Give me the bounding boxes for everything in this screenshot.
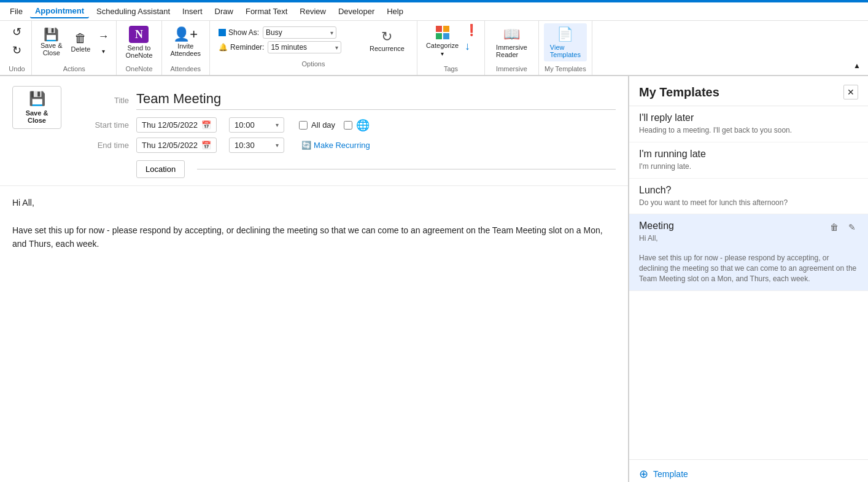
menu-help[interactable]: Help [382, 5, 408, 18]
template-meeting-actions: 🗑 ✎ [827, 221, 858, 233]
ribbon-group-my-templates: 📄 ViewTemplates My Templates [539, 21, 592, 75]
menu-file[interactable]: File [5, 5, 28, 18]
template-item-reply-later[interactable]: I'll reply later Heading to a meeting. I… [629, 106, 868, 142]
menu-appointment[interactable]: Appointment [30, 4, 89, 18]
end-date-picker[interactable]: Thu 12/05/2022 📅 [136, 138, 217, 153]
add-template-button[interactable]: ⊕ Template [629, 459, 868, 482]
onenote-group-label: OneNote [122, 64, 156, 75]
template-item-running-late[interactable]: I'm running late I'm running late. [629, 142, 868, 179]
delete-label: Delete [71, 45, 91, 53]
delete-button[interactable]: 🗑 Delete [67, 23, 94, 61]
template-item-lunch[interactable]: Lunch? Do you want to meet for lunch thi… [629, 179, 868, 215]
categorize-dropdown: ▾ [441, 50, 444, 57]
menu-draw[interactable]: Draw [210, 5, 238, 18]
actions-group-label: Actions [37, 64, 111, 75]
ribbon: ↺ ↻ Undo 💾 Save &Close 🗑 Delete → ▾ [0, 21, 868, 76]
globe-icon: 🌐 [356, 119, 370, 132]
immersive-reader-button[interactable]: 📖 ImmersiveReader [490, 23, 533, 61]
title-field-value[interactable]: Team Meeting [136, 91, 616, 110]
reminder-select[interactable]: 15 minutes ▾ [268, 41, 341, 53]
menu-format-text[interactable]: Format Text [241, 5, 292, 18]
attendees-group-label: Attendees [167, 64, 205, 75]
show-as-dropdown-arrow: ▾ [330, 29, 333, 36]
allday-checkbox[interactable] [299, 121, 308, 130]
calendar-icon-end: 📅 [201, 141, 211, 150]
template-reply-later-title: I'll reply later [639, 112, 858, 123]
menu-bar: File Appointment Scheduling Assistant In… [0, 2, 868, 21]
form-save-close-label: Save &Close [26, 109, 48, 124]
move-forward-button[interactable]: → [95, 29, 111, 44]
show-as-select[interactable]: Busy ▾ [263, 26, 336, 39]
body-line2: Have set this up for now - please respon… [12, 224, 616, 251]
templates-panel-title: My Templates [639, 85, 719, 99]
menu-developer[interactable]: Developer [333, 5, 379, 18]
allday-label: All day [311, 120, 335, 130]
onenote-icon: N [129, 26, 149, 43]
template-item-meeting[interactable]: Meeting 🗑 ✎ Hi All, Have set this up for… [629, 214, 868, 290]
view-templates-label: ViewTemplates [550, 44, 581, 58]
location-button[interactable]: Location [136, 160, 185, 178]
template-meeting-title: Meeting [639, 220, 674, 231]
redo-button[interactable]: ↻ [7, 42, 26, 59]
template-list: I'll reply later Heading to a meeting. I… [629, 106, 868, 459]
form-header: 💾 Save &Close Title Team Meeting Start t… [0, 76, 628, 186]
exclamation-icon: ❗ [465, 24, 478, 36]
low-importance-button[interactable]: ↓ [463, 39, 479, 53]
categorize-button[interactable]: Categorize ▾ [422, 23, 462, 60]
form-save-close-button[interactable]: 💾 Save &Close [12, 86, 61, 129]
save-icon: 💾 [44, 28, 59, 41]
start-date-picker[interactable]: Thu 12/05/2022 📅 [136, 117, 217, 133]
end-time-picker[interactable]: 10:30 ▾ [229, 138, 284, 153]
view-templates-button[interactable]: 📄 ViewTemplates [544, 23, 587, 61]
template-running-late-preview: I'm running late. [639, 161, 858, 172]
categorize-icon [436, 26, 449, 39]
reminder-label: 🔔 Reminder: [219, 43, 264, 52]
main-area: 💾 Save &Close Title Team Meeting Start t… [0, 76, 868, 482]
send-to-onenote-button[interactable]: N Send toOneNote [122, 23, 156, 61]
title-field-label: Title [74, 96, 129, 105]
start-time-arrow: ▾ [276, 122, 279, 128]
recurring-icon: 🔄 [301, 141, 311, 150]
template-edit-button[interactable]: ✎ [846, 221, 858, 233]
form-save-icon: 💾 [29, 91, 45, 107]
menu-review[interactable]: Review [295, 5, 331, 18]
ribbon-group-actions: 💾 Save &Close 🗑 Delete → ▾ Actions [32, 21, 117, 75]
immersive-reader-icon: 📖 [503, 26, 520, 42]
invite-attendees-button[interactable]: 👤+ InviteAttendees [167, 23, 205, 61]
move-dropdown-button[interactable]: ▾ [95, 47, 111, 56]
high-importance-button[interactable]: ❗ [463, 23, 479, 37]
end-time-arrow: ▾ [276, 142, 279, 149]
menu-insert[interactable]: Insert [177, 5, 207, 18]
undo-button[interactable]: ↺ [7, 23, 26, 41]
save-close-button[interactable]: 💾 Save &Close [37, 23, 66, 61]
recurrence-button[interactable]: ↻ Recurrence [366, 22, 408, 60]
timezone-checkbox[interactable] [344, 121, 352, 130]
my-templates-panel: My Templates ✕ I'll reply later Heading … [629, 76, 868, 482]
recurring-label: Make Recurring [314, 141, 370, 150]
appointment-body[interactable]: Hi All, Have set this up for now - pleas… [0, 186, 628, 482]
end-time-row: End time Thu 12/05/2022 📅 10:30 ▾ 🔄 Make… [74, 135, 616, 155]
down-arrow-icon: ↓ [465, 40, 470, 52]
templates-icon: 📄 [557, 26, 573, 42]
recurrence-label: Recurrence [370, 45, 405, 52]
options-group-label: Options [215, 59, 412, 70]
ribbon-group-options: Show As: Busy ▾ 🔔 Reminder: 15 minutes ▾ [210, 21, 417, 75]
title-row: Title Team Meeting [74, 88, 616, 115]
immersive-group-label: Immersive [490, 64, 533, 75]
my-templates-group-label: My Templates [544, 64, 587, 75]
menu-scheduling[interactable]: Scheduling Assistant [91, 5, 175, 18]
recurrence-icon: ↻ [381, 30, 392, 44]
ribbon-collapse-button[interactable]: ▲ [848, 59, 866, 75]
start-time-label: Start time [74, 120, 129, 130]
close-templates-button[interactable]: ✕ [843, 85, 858, 99]
reminder-dropdown-arrow: ▾ [335, 44, 338, 51]
ribbon-group-attendees: 👤+ InviteAttendees Attendees [162, 21, 211, 75]
ribbon-group-tags: Categorize ▾ ❗ ↓ Tags [417, 21, 485, 75]
make-recurring-link[interactable]: 🔄 Make Recurring [301, 141, 370, 150]
left-pane: 💾 Save &Close Title Team Meeting Start t… [0, 76, 629, 482]
template-delete-button[interactable]: 🗑 [827, 221, 841, 233]
start-time-picker[interactable]: 10:00 ▾ [229, 117, 284, 133]
template-reply-later-preview: Heading to a meeting. I'll get back to y… [639, 125, 858, 136]
template-running-late-title: I'm running late [639, 149, 858, 160]
bell-icon: 🔔 [219, 43, 228, 52]
